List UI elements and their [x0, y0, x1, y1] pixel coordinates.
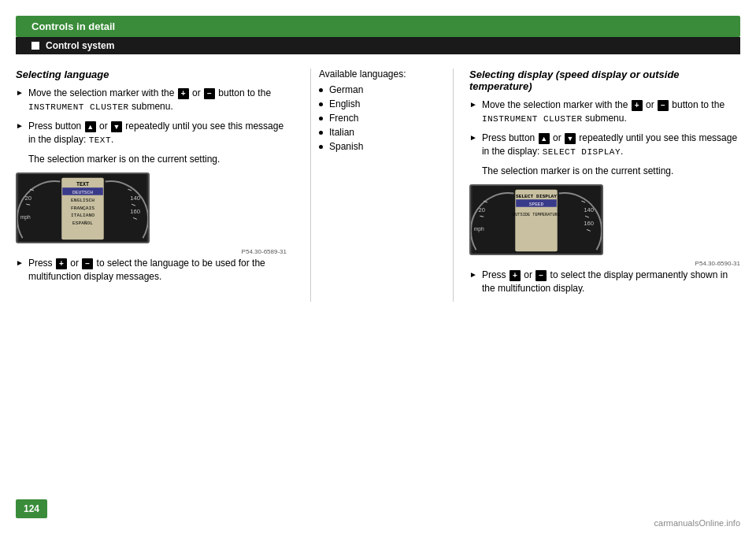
list-item: ► Move the selection marker with the + o…	[469, 98, 740, 125]
bullet-icon	[319, 102, 323, 106]
sub-header: Control system	[16, 37, 740, 54]
down-button-icon: ▼	[565, 133, 576, 144]
sub-header-icon	[32, 42, 39, 50]
list-item: ► Move the selection marker with the + o…	[16, 87, 287, 113]
display-svg-right: 20 mph 140 160 SELECT DISPLAY SPEED OUTS…	[471, 186, 602, 254]
display-image-right: 20 mph 140 160 SELECT DISPLAY SPEED OUTS…	[469, 184, 603, 255]
right-instruction-list-2: ► Press + or − to select the display per…	[469, 269, 740, 295]
column-divider	[310, 69, 311, 302]
minus-button-icon: −	[204, 88, 215, 99]
arrow-icon: ►	[16, 121, 24, 132]
arrow-icon: ►	[469, 132, 477, 143]
header-bar: Controls in detail	[16, 16, 740, 37]
svg-text:20: 20	[24, 195, 31, 202]
svg-text:140: 140	[584, 207, 594, 214]
arrow-icon: ►	[469, 269, 477, 280]
svg-text:ESPAÑOL: ESPAÑOL	[72, 221, 93, 226]
instruction-text: Press button ▲ or ▼ repeatedly until you…	[482, 132, 740, 158]
list-item: German	[319, 84, 429, 95]
right-column: Selecting display (speed display or outs…	[461, 69, 740, 302]
bullet-icon	[319, 88, 323, 92]
svg-text:OUTSIDE TEMPERATURE: OUTSIDE TEMPERATURE	[513, 213, 560, 217]
language-item: Italian	[329, 127, 354, 138]
svg-text:160: 160	[130, 208, 140, 215]
bullet-icon	[319, 145, 323, 149]
svg-text:FRANÇAIS: FRANÇAIS	[71, 206, 94, 211]
bullet-icon	[319, 117, 323, 121]
list-item: ► Press button ▲ or ▼ repeatedly until y…	[16, 120, 287, 146]
instrument-cluster-ref: INSTRUMENT CLUSTER	[482, 114, 583, 124]
mid-column: Available languages: German English Fren…	[319, 69, 445, 302]
language-item: French	[329, 113, 358, 124]
photo-ref-left: P54.30-6589-31	[16, 248, 287, 255]
arrow-icon: ►	[16, 87, 24, 98]
svg-text:ITALIANO: ITALIANO	[71, 213, 94, 219]
list-item: ► The selection marker is on the current…	[16, 153, 287, 166]
list-item: ► The selection marker is on the current…	[469, 165, 740, 178]
svg-text:TEXT: TEXT	[76, 181, 89, 187]
svg-text:140: 140	[130, 195, 140, 202]
list-item: ► Press button ▲ or ▼ repeatedly until y…	[469, 132, 740, 158]
list-item: French	[319, 113, 429, 124]
main-content: Selecting language ► Move the selection …	[16, 69, 740, 302]
plus-button-icon: +	[56, 258, 67, 269]
bullet-icon	[319, 131, 323, 135]
display-inner: 20 mph 140 160 TEXT DEUTSCH ENGLISCH FRA…	[17, 174, 148, 242]
column-divider-2	[453, 69, 454, 302]
plus-button-icon: +	[178, 88, 189, 99]
list-item: ► Press + or − to select the language to…	[16, 257, 287, 284]
arrow-icon: ►	[16, 258, 24, 269]
minus-button-icon: −	[658, 100, 669, 111]
svg-text:SELECT DISPLAY: SELECT DISPLAY	[516, 194, 557, 199]
instruction-text: Move the selection marker with the + or …	[482, 98, 740, 125]
down-button-icon: ▼	[111, 121, 122, 132]
instruction-text: Press button ▲ or ▼ repeatedly until you…	[28, 120, 287, 146]
svg-text:ENGLISCH: ENGLISCH	[71, 198, 94, 204]
svg-text:DEUTSCH: DEUTSCH	[72, 190, 93, 195]
instrument-cluster-ref: INSTRUMENT CLUSTER	[28, 102, 129, 112]
minus-button-icon: −	[536, 270, 547, 281]
header-title: Controls in detail	[32, 20, 115, 32]
note-text: The selection marker is on the current s…	[28, 153, 287, 166]
right-section-title: Selecting display (speed display or outs…	[469, 69, 740, 92]
svg-text:SPEED: SPEED	[529, 202, 544, 207]
left-instruction-list: ► Move the selection marker with the + o…	[16, 87, 287, 166]
up-button-icon: ▲	[85, 121, 96, 132]
minus-button-icon: −	[82, 258, 93, 269]
available-languages-title: Available languages:	[319, 69, 429, 80]
svg-text:20: 20	[478, 207, 484, 214]
display-svg: 20 mph 140 160 TEXT DEUTSCH ENGLISCH FRA…	[17, 174, 148, 242]
text-ref: TEXT	[89, 135, 111, 145]
instruction-text: Press + or − to select the language to b…	[28, 257, 287, 284]
arrow-icon: ►	[469, 99, 477, 110]
language-item: Spanish	[329, 141, 363, 152]
svg-text:mph: mph	[20, 215, 31, 221]
plus-button-icon: +	[632, 100, 643, 111]
left-instruction-list-2: ► Press + or − to select the language to…	[16, 257, 287, 284]
languages-list: German English French Italian Spanish	[319, 84, 429, 152]
language-item: English	[329, 98, 360, 109]
svg-text:160: 160	[584, 220, 594, 227]
plus-button-icon: +	[510, 270, 521, 281]
left-section-title: Selecting language	[16, 69, 287, 80]
instruction-text: Press + or − to select the display perma…	[482, 269, 740, 295]
up-button-icon: ▲	[539, 133, 550, 144]
left-column: Selecting language ► Move the selection …	[16, 69, 302, 302]
language-item: German	[329, 84, 363, 95]
list-item: ► Press + or − to select the display per…	[469, 269, 740, 295]
page-number: 124	[16, 499, 47, 518]
right-instruction-list: ► Move the selection marker with the + o…	[469, 98, 740, 178]
svg-text:mph: mph	[474, 227, 484, 233]
note-text: The selection marker is on the current s…	[482, 165, 740, 178]
instruction-text: Move the selection marker with the + or …	[28, 87, 287, 113]
display-image-left: 20 mph 140 160 TEXT DEUTSCH ENGLISCH FRA…	[16, 172, 150, 243]
select-display-ref: SELECT DISPLAY	[543, 147, 621, 157]
list-item: Italian	[319, 127, 429, 138]
footer-watermark: carmanualsOnline.info	[654, 518, 740, 528]
list-item: Spanish	[319, 141, 429, 152]
list-item: English	[319, 98, 429, 109]
sub-header-subtitle: Control system	[46, 40, 114, 51]
photo-ref-right: P54.30-6590-31	[469, 260, 740, 267]
